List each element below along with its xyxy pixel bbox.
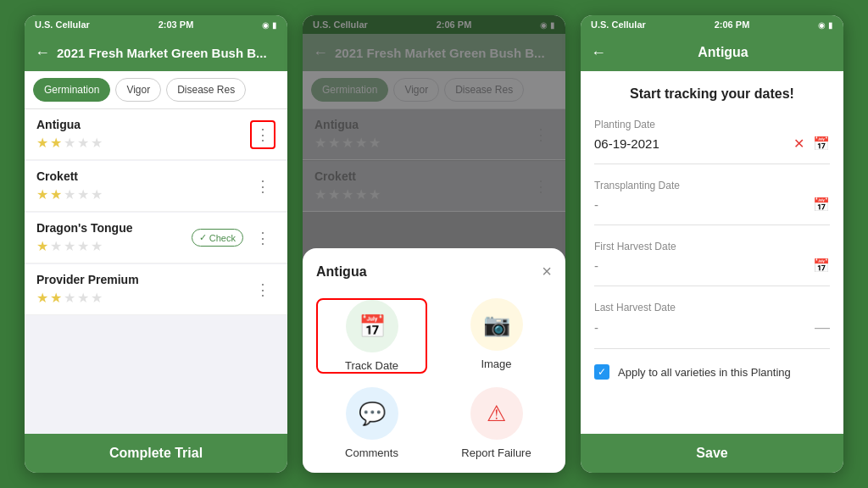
- variety-row-dragon: Dragon's Tongue ★ ★ ★ ★ ★ ✓ Check ⋮: [25, 213, 287, 263]
- transplanting-date-label: Transplanting Date: [594, 180, 830, 191]
- report-failure-label: Report Failure: [461, 446, 531, 459]
- content-area-1: Antigua ★ ★ ★ ★ ★ ⋮ Crokett ★: [25, 109, 287, 434]
- star-c3: ★: [64, 186, 75, 202]
- star-p4: ★: [77, 290, 89, 306]
- comments-icon: 💬: [346, 387, 398, 440]
- menu-dots-dragon[interactable]: ⋮: [250, 224, 275, 252]
- time-3: 2:06 PM: [715, 19, 750, 30]
- check-icon: ✓: [199, 232, 207, 243]
- modal-grid: 📅 Track Date 📷 Image 💬 Comments: [316, 298, 552, 459]
- variety-row-crokett: Crokett ★ ★ ★ ★ ★ ⋮: [25, 161, 287, 212]
- variety-name-dragon: Dragon's Tongue: [36, 221, 192, 235]
- tab-disease-1[interactable]: Disease Res: [166, 78, 246, 102]
- menu-dots-crokett[interactable]: ⋮: [250, 172, 275, 201]
- star-d2: ★: [50, 238, 62, 254]
- star-4: ★: [77, 135, 89, 151]
- stars-antigua: ★ ★ ★ ★ ★: [36, 135, 250, 151]
- save-button[interactable]: Save: [581, 434, 843, 473]
- last-harvest-value: -: [594, 320, 598, 335]
- modal-close-button[interactable]: ×: [542, 262, 552, 281]
- star-c1: ★: [36, 186, 48, 202]
- carrier-3: U.S. Cellular: [591, 19, 646, 30]
- report-failure-icon: ⚠: [470, 387, 523, 440]
- image-item[interactable]: 📷 Image: [441, 298, 552, 374]
- star-2: ★: [50, 135, 62, 151]
- star-p1: ★: [36, 290, 48, 306]
- first-harvest-label: First Harvest Date: [594, 241, 830, 252]
- variety-name-antigua: Antigua: [36, 118, 250, 131]
- header-1: ← 2021 Fresh Market Green Bush B...: [25, 34, 287, 71]
- carrier-1: U.S. Cellular: [35, 19, 90, 30]
- stars-dragon: ★ ★ ★ ★ ★: [36, 238, 192, 254]
- screen3: U.S. Cellular 2:06 PM ◉ ▮ ← Antigua Star…: [581, 15, 843, 473]
- tabs-bar-1: Germination Vigor Disease Res: [25, 71, 287, 109]
- star-d4: ★: [77, 238, 89, 254]
- star-c2: ★: [50, 186, 62, 202]
- star-1: ★: [36, 135, 48, 151]
- back-button-3[interactable]: ←: [591, 44, 606, 62]
- first-harvest-value: -: [594, 258, 598, 273]
- modal-overlay: Antigua × 📅 Track Date 📷 Image: [303, 15, 565, 473]
- first-harvest-calendar-icon[interactable]: 📅: [813, 258, 830, 274]
- tracking-heading: Start tracking your dates!: [594, 86, 830, 102]
- variety-row-antigua: Antigua ★ ★ ★ ★ ★ ⋮: [25, 109, 287, 160]
- image-label: Image: [481, 358, 511, 370]
- star-d5: ★: [91, 238, 103, 254]
- variety-name-provider: Provider Premium: [36, 273, 250, 286]
- star-c4: ★: [77, 186, 89, 202]
- status-bar-1: U.S. Cellular 2:03 PM ◉ ▮: [25, 15, 287, 34]
- last-harvest-date-field: Last Harvest Date - —: [594, 302, 830, 349]
- variety-name-crokett: Crokett: [36, 169, 250, 183]
- comments-label: Comments: [345, 446, 398, 459]
- image-icon: 📷: [470, 298, 523, 351]
- time-1: 2:03 PM: [159, 19, 194, 30]
- star-p2: ★: [50, 290, 62, 306]
- header-title-1: 2021 Fresh Market Green Bush B...: [57, 46, 277, 60]
- track-date-icon: 📅: [346, 300, 398, 352]
- apply-checkbox[interactable]: ✓: [594, 364, 609, 380]
- transplanting-date-field: Transplanting Date - 📅: [594, 180, 830, 225]
- last-harvest-dash-icon: —: [815, 319, 830, 336]
- stars-provider: ★ ★ ★ ★ ★: [36, 290, 250, 306]
- complete-trial-button[interactable]: Complete Trial: [25, 434, 287, 473]
- comments-item[interactable]: 💬 Comments: [316, 387, 427, 459]
- status-icons-3: ◉ ▮: [818, 20, 833, 30]
- planting-date-value: 06-19-2021: [594, 136, 659, 151]
- planting-date-clear-icon[interactable]: ✕: [793, 136, 804, 152]
- variety-row-provider: Provider Premium ★ ★ ★ ★ ★ ⋮: [25, 264, 287, 315]
- modal-title: Antigua: [316, 264, 367, 280]
- menu-dots-antigua[interactable]: ⋮: [250, 120, 275, 149]
- modal-header: Antigua ×: [316, 262, 552, 281]
- check-badge-dragon[interactable]: ✓ Check: [192, 229, 243, 247]
- status-icons-1: ◉ ▮: [262, 20, 277, 30]
- star-3: ★: [64, 135, 75, 151]
- transplanting-date-value: -: [594, 197, 598, 212]
- first-harvest-date-field: First Harvest Date - 📅: [594, 241, 830, 286]
- screen2: U.S. Cellular 2:06 PM ◉ ▮ ← 2021 Fresh M…: [303, 15, 565, 473]
- tab-germination-1[interactable]: Germination: [33, 78, 110, 102]
- track-date-label: Track Date: [345, 359, 398, 372]
- star-d3: ★: [64, 238, 75, 254]
- tab-vigor-1[interactable]: Vigor: [115, 78, 161, 102]
- transplanting-calendar-icon[interactable]: 📅: [813, 197, 830, 213]
- star-p5: ★: [91, 290, 103, 306]
- star-d1: ★: [36, 238, 48, 254]
- track-date-item[interactable]: 📅 Track Date: [316, 298, 427, 374]
- menu-dots-provider[interactable]: ⋮: [250, 275, 275, 304]
- modal-sheet: Antigua × 📅 Track Date 📷 Image: [303, 248, 565, 473]
- planting-date-field: Planting Date 06-19-2021 ✕ 📅: [594, 119, 830, 164]
- last-harvest-label: Last Harvest Date: [594, 302, 830, 313]
- planting-date-calendar-icon[interactable]: 📅: [813, 136, 830, 152]
- apply-label: Apply to all varieties in this Planting: [618, 366, 791, 379]
- apply-all-row: ✓ Apply to all varieties in this Plantin…: [594, 364, 830, 380]
- header-title-3: Antigua: [613, 45, 833, 60]
- planting-date-label: Planting Date: [594, 119, 830, 130]
- back-button-1[interactable]: ←: [35, 44, 50, 62]
- screen3-content: Start tracking your dates! Planting Date…: [581, 71, 843, 434]
- star-c5: ★: [91, 186, 103, 202]
- star-p3: ★: [64, 290, 75, 306]
- stars-crokett: ★ ★ ★ ★ ★: [36, 186, 250, 202]
- screen1: U.S. Cellular 2:03 PM ◉ ▮ ← 2021 Fresh M…: [25, 15, 287, 473]
- status-bar-3: U.S. Cellular 2:06 PM ◉ ▮: [581, 15, 843, 34]
- report-failure-item[interactable]: ⚠ Report Failure: [441, 387, 552, 459]
